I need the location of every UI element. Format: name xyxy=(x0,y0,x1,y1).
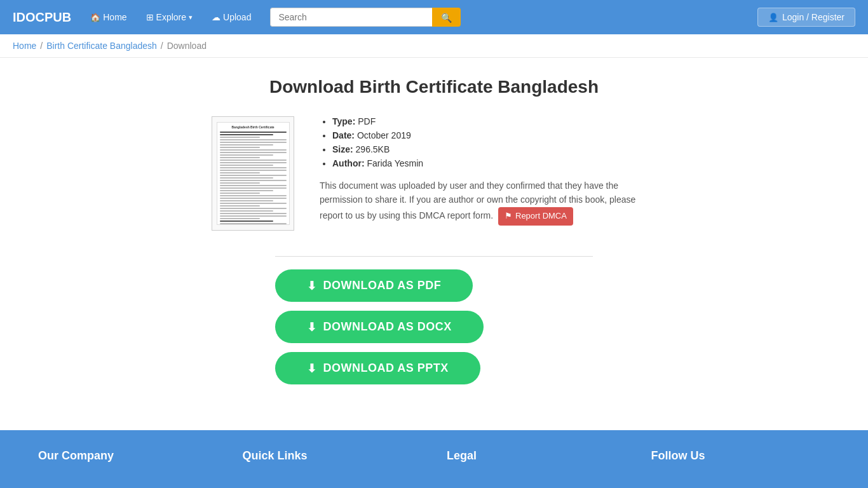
doc-container: Bangladesh Birth Certificate xyxy=(212,116,656,231)
doc-type: Type: PDF xyxy=(332,116,656,126)
breadcrumb-doc[interactable]: Birth Certificate Bangladesh xyxy=(46,41,157,51)
breadcrumb-home[interactable]: Home xyxy=(13,41,36,51)
download-buttons: DOWNLOAD as PDF DOWNLOAD as DOCX DOWNLOA… xyxy=(275,269,593,384)
divider xyxy=(275,256,593,257)
nav-upload[interactable]: Upload xyxy=(205,8,257,26)
download-pdf-button[interactable]: DOWNLOAD as PDF xyxy=(275,269,473,302)
download-pptx-icon xyxy=(307,361,317,376)
footer-our-company-title: Our Company xyxy=(38,449,217,463)
search-input[interactable] xyxy=(270,8,432,27)
report-dmca-button[interactable]: Report DMCA xyxy=(498,207,573,226)
doc-preview: Bangladesh Birth Certificate xyxy=(217,122,290,225)
doc-info: Type: PDF Date: October 2019 Size: 296.5… xyxy=(320,116,656,231)
breadcrumb: Home / Birth Certificate Bangladesh / Do… xyxy=(0,34,868,58)
doc-size: Size: 296.5KB xyxy=(332,144,656,154)
doc-author: Author: Farida Yesmin xyxy=(332,158,656,168)
footer: Our Company Quick Links Legal Follow Us xyxy=(0,430,868,488)
user-icon xyxy=(768,12,778,22)
download-docx-icon xyxy=(307,320,317,334)
navbar: IDOCPUB Home Explore Upload Login / Regi… xyxy=(0,0,868,34)
page-title: Download Birth Certificate Bangladesh xyxy=(269,77,599,97)
footer-our-company: Our Company xyxy=(38,449,217,469)
login-register-button[interactable]: Login / Register xyxy=(757,8,855,27)
footer-follow-us-title: Follow Us xyxy=(651,449,831,463)
search-form xyxy=(270,8,461,27)
doc-date: Date: October 2019 xyxy=(332,130,656,140)
breadcrumb-current: Download xyxy=(167,41,207,51)
footer-legal-title: Legal xyxy=(447,449,626,463)
doc-thumbnail: Bangladesh Birth Certificate xyxy=(212,116,294,231)
footer-quick-links: Quick Links xyxy=(243,449,422,469)
flag-icon xyxy=(505,210,512,223)
download-docx-button[interactable]: DOWNLOAD as DOCX xyxy=(275,311,484,343)
doc-description: This document was uploaded by user and t… xyxy=(320,179,637,226)
brand-logo[interactable]: IDOCPUB xyxy=(13,10,71,25)
upload-icon xyxy=(212,12,220,22)
search-icon xyxy=(441,12,452,23)
download-pptx-button[interactable]: DOWNLOAD as PPTX xyxy=(275,352,480,384)
search-button[interactable] xyxy=(432,8,461,27)
footer-quick-links-title: Quick Links xyxy=(243,449,422,463)
main-content: Download Birth Certificate Bangladesh Ba… xyxy=(0,58,868,430)
footer-follow-us: Follow Us xyxy=(651,449,831,469)
download-pdf-icon xyxy=(307,278,317,293)
doc-meta-list: Type: PDF Date: October 2019 Size: 296.5… xyxy=(320,116,656,168)
nav-home[interactable]: Home xyxy=(84,8,133,26)
footer-legal: Legal xyxy=(447,449,626,469)
grid-icon xyxy=(146,12,154,22)
nav-explore[interactable]: Explore xyxy=(140,8,199,26)
home-icon xyxy=(90,12,100,22)
